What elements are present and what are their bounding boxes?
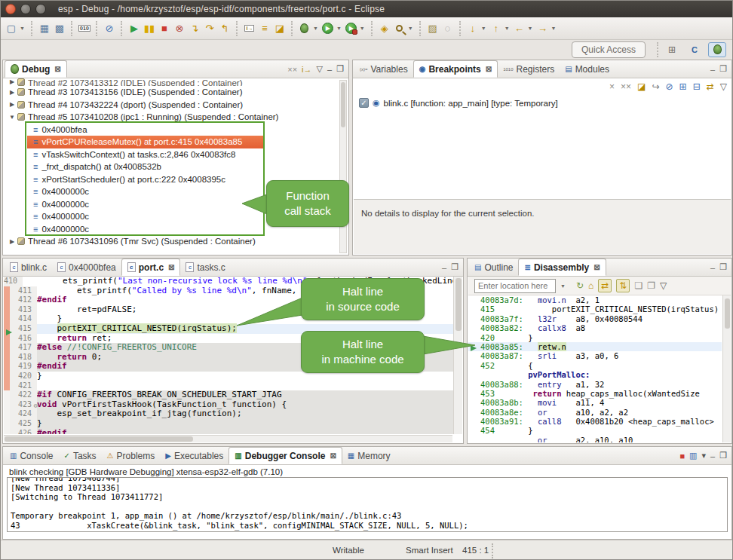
tab-console[interactable]: ▥Console [5,447,58,464]
chevron-down-icon[interactable]: ▼ [336,26,342,31]
forward-icon[interactable]: → [535,20,551,37]
link-with-debug-icon[interactable]: ⇄ [707,81,714,92]
back-icon[interactable]: ← [512,20,527,37]
collapse-all-icon[interactable]: ⊟ [693,81,701,92]
minimize-icon[interactable]: – [327,65,332,74]
close-button[interactable] [5,4,16,14]
scrollbar-thumb[interactable] [455,278,462,331]
chevron-down-icon[interactable]: ▼ [408,26,413,31]
tab-debugger-console[interactable]: ▥Debugger Console⊠ [228,447,342,464]
quick-access-button[interactable]: Quick Access [572,41,646,58]
tab-tasks[interactable]: ✓Tasks [58,447,101,464]
open-perspective-icon[interactable]: ⊞ [663,42,681,57]
stack-frame-row[interactable]: ≡vPortCPUReleaseMutex() at port.c:415 0x… [27,136,264,148]
chevron-down-icon[interactable]: ▼ [313,26,318,31]
skip-all-breakpoints-icon[interactable]: ⊘ [102,20,117,37]
thread-row[interactable]: ▶Thread #6 1073431096 (Tmr Svc) (Suspend… [4,235,348,248]
new-wizard-icon[interactable]: ▢ [4,20,19,37]
expander-icon[interactable]: ▶ [8,238,16,245]
suspend-icon[interactable]: ▮▮ [142,20,157,37]
run-icon[interactable]: ▶ [320,20,336,37]
stack-frame-row[interactable]: ≡0x4000bfea [27,124,264,136]
skip-all-breakpoints-icon[interactable]: ⊘ [666,81,673,92]
stack-frame-row[interactable]: ≡vTaskSwitchContext() at tasks.c:2,846 0… [27,148,264,161]
maximize-icon[interactable]: ❒ [719,262,727,272]
chevron-down-icon[interactable]: ▼ [551,26,557,31]
expander-icon[interactable]: ▶ [8,89,16,96]
annotations-icon[interactable]: ◌ [440,20,455,37]
track-expression-icon[interactable]: ⇅ [616,279,630,292]
close-icon[interactable]: ⊠ [593,263,600,271]
view-menu-icon[interactable]: ▽ [660,280,667,291]
stack-frame-row[interactable]: ≡0x4000000c [27,210,264,223]
save-all-icon[interactable]: ▩ [52,20,67,37]
tab-tasksc[interactable]: ctasks.c [180,259,230,276]
show-debug-elements-icon[interactable]: ≡ [257,20,272,37]
stack-frame-row[interactable]: ≡0x4000000c [27,185,264,198]
editor-vertical-scrollbar[interactable] [453,277,462,434]
go-into-icon[interactable]: ↑ [489,20,504,37]
remove-all-breakpoints-icon[interactable]: ×× [621,81,631,92]
step-into-icon[interactable]: ↴ [187,20,202,37]
editor-horizontal-scrollbar[interactable] [4,435,452,442]
view-menu-icon[interactable]: ▽ [317,64,323,74]
tab-breakpoints[interactable]: ◉Breakpoints⊠ [413,60,498,78]
show-supported-breakpoints-icon[interactable]: ◪ [637,81,646,92]
terminate-icon[interactable]: ■ [679,451,685,461]
tab-debug[interactable]: Debug ⊠ [5,60,67,78]
tab-blinkc[interactable]: cblink.c [5,259,52,276]
tab-memory[interactable]: ▦Memory [342,447,396,464]
chevron-down-icon[interactable]: ▼ [20,26,25,31]
tab-0x4000bfea[interactable]: c0x4000bfea [52,259,121,276]
maximize-icon[interactable]: ❒ [719,451,727,461]
stack-frame-row[interactable]: ≡0x4000000c [27,223,264,236]
external-tools-icon[interactable]: ▶ [344,20,359,37]
tab-disassembly[interactable]: ≣Disassembly⊠ [518,259,606,276]
new-view-icon[interactable]: ❏ [634,280,643,291]
home-icon[interactable]: ⌂ [588,280,593,291]
debug-scrollbar[interactable] [339,80,347,253]
use-step-filters-icon[interactable]: ◪ [272,20,287,37]
step-return-icon[interactable]: ↰ [217,20,232,37]
debug-perspective-button[interactable] [708,42,726,57]
tab-problems[interactable]: ⚠Problems [102,447,161,464]
minimize-icon[interactable]: – [710,263,715,272]
terminate-icon[interactable]: ■ [157,20,172,37]
stack-frame-row[interactable]: ≡xPortStartScheduler() at port.c:222 0x4… [27,173,264,186]
thread-row[interactable]: ▼Thread #5 1073410208 (ipc1 : Running) (… [4,111,348,124]
cpp-perspective-button[interactable]: C [685,42,704,57]
thread-row[interactable]: ▶Thread #4 1073432224 (dport) (Suspended… [4,99,348,112]
tab-outline[interactable]: ▤Outline [469,259,518,276]
expand-all-icon[interactable]: ⊞ [679,81,687,92]
thread-row[interactable]: ▶Thread #2 1073413312 (IDLE) (Suspended … [4,78,348,86]
debug-launch-icon[interactable] [297,20,312,37]
step-over-icon[interactable]: ↷ [202,20,217,37]
view-menu-icon[interactable]: ▽ [720,81,727,92]
tab-executables[interactable]: ▶Executables [160,447,228,464]
maximize-button[interactable] [35,4,46,14]
mark-occurrences-icon[interactable]: ▨ [425,20,440,37]
remove-all-terminated-icon[interactable]: ×× [287,65,297,74]
save-icon[interactable]: ▦ [37,20,52,37]
disconnect-icon[interactable]: ⊗ [172,20,187,37]
maximize-icon[interactable]: ❒ [336,64,344,74]
close-icon[interactable]: ⊠ [168,263,174,271]
breakpoint-checkbox[interactable]: ✓ [359,98,369,108]
close-icon[interactable]: ⊠ [330,451,336,460]
console-dropdown-icon[interactable]: ▾ [701,451,706,461]
search-icon[interactable] [392,20,407,37]
close-icon[interactable]: ⊠ [486,65,492,73]
location-input[interactable] [474,279,556,293]
maximize-icon[interactable]: ❒ [719,64,727,74]
remove-breakpoint-icon[interactable]: × [609,81,615,92]
open-new-view-icon[interactable]: ❐ [647,280,655,291]
chevron-down-icon[interactable]: ▼ [481,26,486,31]
scrollbar-thumb[interactable] [5,436,193,442]
minimize-button[interactable] [20,4,31,14]
expander-icon[interactable]: ▶ [8,101,16,108]
tab-portc[interactable]: cport.c⊠ [121,259,181,276]
scrollbar-thumb[interactable] [725,298,730,329]
binary-icon[interactable]: 010 [77,20,92,37]
minimize-icon[interactable]: – [710,65,715,74]
go-to-file-icon[interactable]: ↪ [652,81,659,92]
